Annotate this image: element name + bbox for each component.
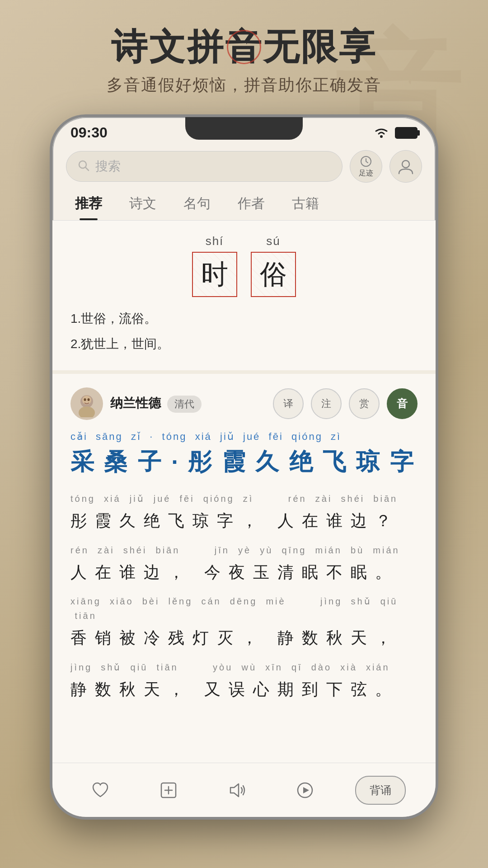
phone-frame: 09:30 搜索: [50, 114, 438, 820]
translate-button[interactable]: 译: [273, 388, 304, 419]
add-button[interactable]: [150, 772, 187, 808]
main-scroll-area[interactable]: 搜索 足迹 推荐 诗文 名句 作者 古籍: [52, 146, 436, 764]
title-highlight-char: 音: [225, 27, 263, 67]
phone-notch: [185, 117, 303, 140]
recite-button[interactable]: 背诵: [355, 776, 406, 805]
poem-line-3-pinyin: xiāng xiāo bèi lěng cán dēng miè jìng sh…: [70, 594, 418, 623]
char-card: shí 时 sú 俗 1.世俗，流俗。 2.犹世上，世间。: [52, 221, 436, 374]
annotate-button[interactable]: 注: [311, 388, 342, 419]
search-icon: [77, 159, 90, 174]
char-definition-1: 1.世俗，流俗。: [70, 306, 418, 331]
svg-point-8: [88, 398, 90, 401]
poem-line-2: rén zài shéi biān jīn yè yù qīng mián bù…: [70, 543, 418, 585]
history-label: 足迹: [359, 169, 373, 178]
header: 诗文拼音无限享 多音通假好烦恼，拼音助你正确发音: [0, 0, 488, 114]
poem-line-3: xiāng xiāo bèi lěng cán dēng miè jìng sh…: [70, 594, 418, 651]
plus-icon: [159, 780, 178, 800]
tab-recommend[interactable]: 推荐: [66, 187, 111, 220]
author-details: 纳兰性德 清代: [110, 395, 202, 413]
tab-authors[interactable]: 作者: [229, 187, 274, 220]
svg-point-0: [380, 135, 383, 138]
poem-line-4-pinyin: jìng shǔ qiū tiān yòu wù xīn qī dào xià …: [70, 660, 418, 675]
dynasty-badge: 清代: [167, 396, 202, 413]
history-icon: [359, 155, 373, 168]
search-placeholder: 搜索: [95, 158, 121, 175]
char-box-shi[interactable]: 时: [192, 252, 237, 297]
char-item-shi: shí 时: [192, 234, 237, 297]
svg-point-6: [82, 396, 91, 405]
heart-icon: [90, 780, 110, 800]
search-bar-row: 搜索 足迹: [52, 146, 436, 187]
poem-line-3-text: 香 销 被 冷 残 灯 灭 ， 静 数 秋 天 ，: [70, 625, 418, 651]
battery-icon: [395, 127, 418, 139]
tab-quotes[interactable]: 名句: [174, 187, 220, 220]
tab-classics[interactable]: 古籍: [283, 187, 328, 220]
char-display: shí 时 sú 俗: [70, 234, 418, 297]
audio-button[interactable]: [219, 772, 255, 808]
poem-line-4-text: 静 数 秋 天 ， 又 误 心 期 到 下 弦 。: [70, 676, 418, 703]
char-box-su[interactable]: 俗: [251, 252, 296, 297]
poem-title-pinyin: cǎi sāng zǐ · tóng xiá jiǔ jué fēi qióng…: [70, 431, 418, 443]
bottom-padding: [70, 711, 418, 764]
profile-icon: [397, 157, 415, 175]
tab-poetry[interactable]: 诗文: [120, 187, 165, 220]
author-name: 纳兰性德: [110, 396, 161, 410]
poem-content: tóng xiá jiǔ jué fēi qióng zì rén zài sh…: [70, 491, 418, 702]
poem-card: 纳兰性德 清代 译 注 赏 音 cǎi sāng zǐ · tóng xiá j…: [52, 374, 436, 764]
poem-line-1-text: 彤 霞 久 绝 飞 琼 字 ， 人 在 谁 边 ？: [70, 508, 418, 534]
status-icons: [373, 127, 418, 139]
poem-actions: 译 注 赏 音: [273, 388, 418, 419]
status-time: 09:30: [70, 124, 108, 141]
char-definition-2: 2.犹世上，世间。: [70, 331, 418, 357]
title-char-2: 无限享: [263, 27, 377, 67]
poem-line-4: jìng shǔ qiū tiān yòu wù xīn qī dào xià …: [70, 660, 418, 703]
poem-line-1: tóng xiá jiǔ jué fēi qióng zì rén zài sh…: [70, 491, 418, 534]
char-pinyin-shi: shí: [206, 234, 224, 248]
poem-header: 纳兰性德 清代 译 注 赏 音: [70, 387, 418, 420]
bottom-nav: 背诵: [52, 763, 436, 817]
play-button[interactable]: [287, 772, 323, 808]
poem-line-2-text: 人 在 谁 边 ， 今 夜 玉 清 眠 不 眠 。: [70, 559, 418, 585]
play-icon: [295, 780, 315, 800]
poem-line-1-pinyin: tóng xiá jiǔ jué fēi qióng zì rén zài sh…: [70, 491, 418, 506]
profile-button[interactable]: [389, 150, 422, 183]
poem-title: 采 桑 子 · 彤 霞 久 绝 飞 琼 字: [70, 446, 418, 478]
avatar: [70, 387, 103, 420]
title-char-1: 诗文拼: [111, 27, 225, 67]
like-button[interactable]: [82, 772, 118, 808]
history-button[interactable]: 足迹: [350, 150, 382, 183]
speaker-icon: [227, 780, 247, 800]
avatar-image: [73, 390, 100, 417]
nav-tabs: 推荐 诗文 名句 作者 古籍: [52, 187, 436, 221]
audio-action-button[interactable]: 音: [387, 388, 418, 419]
svg-point-3: [402, 160, 409, 168]
header-subtitle: 多音通假好烦恼，拼音助你正确发音: [18, 74, 470, 96]
wifi-icon: [373, 127, 389, 139]
char-item-su: sú 俗: [251, 234, 296, 297]
search-input-wrap[interactable]: 搜索: [66, 151, 343, 182]
char-definitions: 1.世俗，流俗。 2.犹世上，世间。: [70, 306, 418, 357]
svg-point-7: [84, 398, 86, 401]
poem-line-2-pinyin: rén zài shéi biān jīn yè yù qīng mián bù…: [70, 543, 418, 557]
header-title: 诗文拼音无限享: [111, 27, 377, 67]
author-info: 纳兰性德 清代: [70, 387, 202, 420]
char-pinyin-su: sú: [266, 234, 280, 248]
svg-point-5: [79, 406, 95, 417]
poem-title-area: cǎi sāng zǐ · tóng xiá jiǔ jué fēi qióng…: [70, 431, 418, 478]
appreciate-button[interactable]: 赏: [349, 388, 380, 419]
